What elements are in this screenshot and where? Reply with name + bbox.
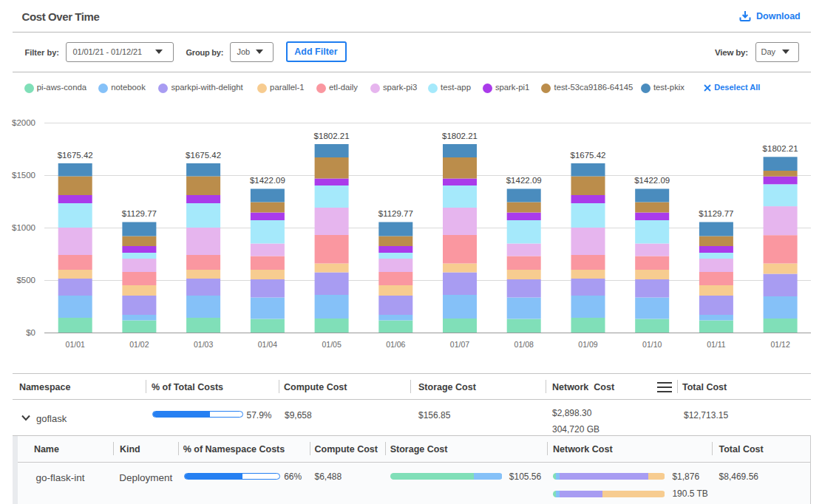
- svg-text:$0: $0: [26, 328, 35, 337]
- svg-text:01/05: 01/05: [322, 340, 341, 349]
- svg-text:01/07: 01/07: [450, 340, 469, 349]
- svg-text:01/11: 01/11: [707, 340, 726, 349]
- svg-text:$1802.21: $1802.21: [763, 144, 798, 153]
- svg-text:$1129.77: $1129.77: [378, 209, 413, 218]
- svg-text:$1802.21: $1802.21: [314, 132, 350, 140]
- svg-text:$1422.09: $1422.09: [506, 176, 542, 185]
- svg-text:$1422.09: $1422.09: [250, 176, 285, 185]
- svg-text:$1500: $1500: [12, 171, 35, 180]
- svg-text:$500: $500: [16, 276, 35, 285]
- svg-text:$1675.42: $1675.42: [58, 151, 93, 160]
- svg-text:$1000: $1000: [12, 223, 35, 232]
- svg-text:01/06: 01/06: [386, 340, 405, 349]
- svg-text:01/03: 01/03: [194, 340, 213, 349]
- svg-text:01/12: 01/12: [770, 340, 789, 349]
- svg-text:$1675.42: $1675.42: [571, 151, 606, 160]
- svg-text:$1129.77: $1129.77: [122, 209, 157, 218]
- svg-text:$2000: $2000: [12, 118, 35, 127]
- svg-text:$1675.42: $1675.42: [186, 151, 221, 160]
- svg-text:01/09: 01/09: [578, 340, 597, 349]
- svg-text:$1129.77: $1129.77: [699, 209, 733, 218]
- svg-text:01/08: 01/08: [514, 340, 534, 349]
- svg-text:01/01: 01/01: [66, 340, 85, 349]
- svg-text:$1422.09: $1422.09: [634, 176, 670, 185]
- svg-text:01/10: 01/10: [642, 340, 662, 349]
- svg-text:$1802.21: $1802.21: [442, 132, 478, 140]
- svg-text:01/04: 01/04: [258, 340, 277, 349]
- svg-text:01/02: 01/02: [129, 340, 149, 349]
